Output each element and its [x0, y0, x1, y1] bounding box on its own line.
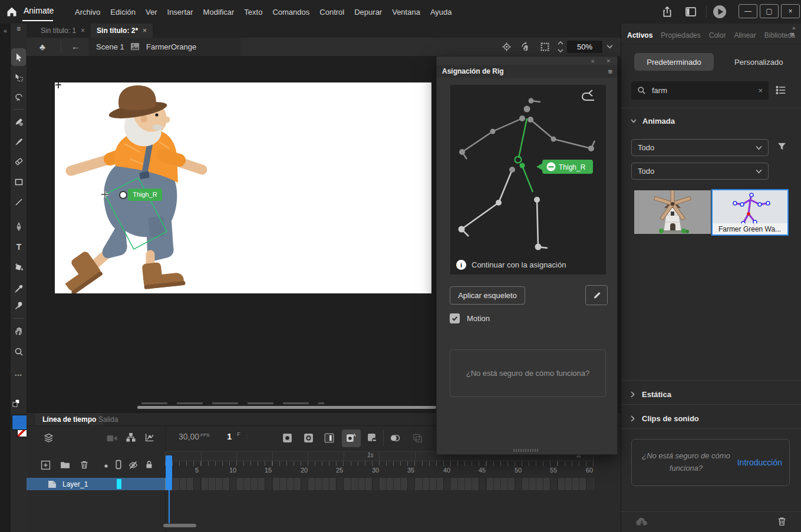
asset-search-field[interactable]: farm ×: [631, 81, 769, 100]
panel-close-icon[interactable]: ×: [606, 57, 610, 64]
zoom-dropdown-chevron-icon[interactable]: [606, 44, 613, 49]
hand-tool[interactable]: [11, 323, 27, 339]
camera-icon[interactable]: [107, 434, 117, 442]
current-frame-control[interactable]: 1 F :: [227, 431, 248, 441]
mode-tab-default[interactable]: Predeterminado: [634, 53, 714, 71]
rig-panel-menu-icon[interactable]: ≡: [608, 67, 612, 76]
layer-frames[interactable]: [165, 478, 594, 490]
edit-skeleton-button[interactable]: [585, 285, 608, 305]
layer-color-swatch[interactable]: [117, 479, 121, 489]
menu-ventana[interactable]: Ventana: [392, 8, 420, 16]
new-layer-icon[interactable]: [41, 460, 51, 470]
fluid-brush-tool[interactable]: [11, 114, 27, 130]
document-tab-1[interactable]: Sin título: 1 ×: [35, 24, 91, 38]
tab-close-icon[interactable]: ×: [143, 27, 147, 35]
insert-keyframe-icon[interactable]: [282, 433, 292, 443]
panel-resize-grip[interactable]: [513, 449, 539, 452]
subselection-transform-tool[interactable]: [11, 70, 27, 86]
section-animada-header[interactable]: Animada: [631, 117, 675, 125]
tab-activos[interactable]: Activos: [627, 31, 652, 39]
eyedropper-tool[interactable]: [11, 280, 27, 297]
home-icon[interactable]: [6, 6, 18, 18]
workspace-icon[interactable]: [685, 6, 697, 17]
document-tab-2-active[interactable]: Sin título: 2* ×: [91, 24, 153, 38]
fps-control[interactable]: 30,00 FPS: [179, 432, 210, 441]
layer-hierarchy-icon[interactable]: [126, 432, 136, 442]
menu-texto[interactable]: Texto: [244, 8, 262, 16]
zoom-tool[interactable]: [11, 343, 27, 360]
tab-output[interactable]: Salida: [93, 413, 124, 425]
classic-brush-tool[interactable]: [11, 134, 27, 150]
symbol-club-icon[interactable]: ♣: [39, 42, 45, 52]
minus-icon[interactable]: [549, 166, 554, 167]
test-movie-play-icon[interactable]: [712, 4, 727, 19]
app-brand[interactable]: Animate: [24, 6, 54, 15]
tab-color[interactable]: Color: [709, 31, 726, 39]
intro-link[interactable]: Introducción: [737, 458, 782, 467]
motion-checkbox[interactable]: [450, 313, 460, 323]
rotate-stage-hand-icon[interactable]: [520, 41, 532, 52]
maximize-button[interactable]: ▢: [760, 4, 779, 18]
menu-edicion[interactable]: Edición: [110, 8, 136, 16]
text-tool[interactable]: T: [11, 239, 27, 255]
menu-control[interactable]: Control: [319, 8, 344, 16]
filter-funnel-icon[interactable]: [777, 141, 787, 151]
paste-frames-icon[interactable]: [413, 433, 423, 443]
search-input-value[interactable]: farm: [652, 86, 667, 95]
outline-view-icon[interactable]: [114, 460, 123, 470]
tab-propiedades[interactable]: Propiedades: [661, 31, 700, 39]
menu-modificar[interactable]: Modificar: [203, 8, 235, 16]
eraser-tool[interactable]: [11, 153, 27, 170]
lock-layers-icon[interactable]: [144, 460, 154, 470]
rig-skeleton-map[interactable]: Thigh_R i Continuar con la asignación: [450, 85, 606, 275]
selection-tool[interactable]: [11, 48, 26, 66]
horizontal-scrollbar[interactable]: [137, 406, 436, 409]
close-button[interactable]: ×: [781, 4, 800, 18]
menu-archivo[interactable]: Archivo: [75, 8, 100, 16]
fill-color-swatch[interactable]: [12, 415, 27, 430]
search-clear-icon[interactable]: ×: [758, 86, 763, 95]
menu-depurar[interactable]: Depurar: [354, 8, 382, 16]
center-stage-icon[interactable]: [502, 42, 512, 52]
insert-blank-keyframe-icon[interactable]: [304, 433, 314, 443]
filter-dropdown-1[interactable]: Todo: [631, 139, 769, 156]
cloud-download-icon[interactable]: [635, 516, 648, 527]
remove-frame-icon[interactable]: [367, 433, 377, 443]
rectangle-tool[interactable]: [11, 174, 27, 190]
asset-thumbnail-windmill[interactable]: [634, 190, 711, 234]
lasso-tool[interactable]: [11, 90, 27, 106]
menu-ayuda[interactable]: Ayuda: [430, 8, 452, 16]
section-sound-header[interactable]: Clips de sonido: [631, 410, 699, 427]
rig-selection-overlay[interactable]: Thigh_R: [55, 82, 431, 293]
more-tools-icon[interactable]: •••: [11, 367, 27, 384]
auto-keyframe-toggle[interactable]: A: [342, 429, 361, 447]
share-icon[interactable]: [661, 6, 673, 18]
tab-alinear[interactable]: Alinear: [734, 31, 756, 39]
onion-skin-icon[interactable]: [389, 433, 401, 443]
hide-layers-eye-icon[interactable]: [128, 460, 139, 470]
menu-comandos[interactable]: Comandos: [272, 8, 309, 16]
clip-content-icon[interactable]: [540, 42, 550, 52]
timeline-scrollbar[interactable]: [163, 524, 196, 527]
playhead[interactable]: [166, 455, 172, 490]
panel-menu-icon[interactable]: ≡: [790, 30, 795, 39]
asset-thumbnail-farmer-selected[interactable]: Farmer Green Wa...: [711, 189, 789, 236]
new-folder-icon[interactable]: [60, 461, 70, 470]
filter-dropdown-2[interactable]: Todo: [631, 163, 769, 180]
layer-row[interactable]: Layer_1: [27, 478, 165, 490]
menu-ver[interactable]: Ver: [146, 8, 157, 16]
breadcrumb-scene[interactable]: Scene 1: [96, 42, 124, 51]
paint-bucket-tool[interactable]: [11, 259, 27, 275]
insert-frame-icon[interactable]: [324, 433, 334, 443]
stage[interactable]: Thigh_R: [55, 82, 431, 293]
pen-tool[interactable]: [11, 219, 27, 235]
asset-warp-pin-tool[interactable]: [11, 298, 27, 314]
line-tool[interactable]: [11, 194, 27, 210]
zoom-stepper[interactable]: [557, 40, 564, 54]
rig-joint-selected[interactable]: [520, 163, 525, 168]
highlight-dot-icon[interactable]: [104, 464, 108, 468]
back-arrow-icon[interactable]: ←: [71, 41, 80, 51]
menu-insertar[interactable]: Insertar: [167, 8, 193, 16]
layers-stack-icon[interactable]: [43, 433, 54, 443]
breadcrumb-symbol[interactable]: FarmerOrange: [146, 42, 196, 51]
